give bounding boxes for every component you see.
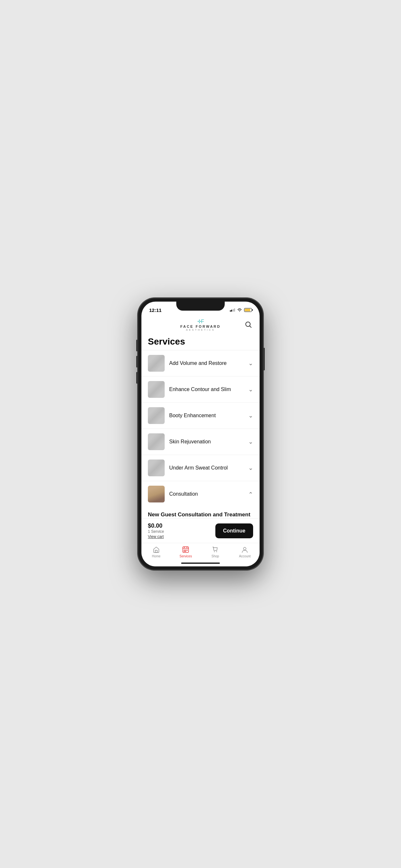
- chevron-down-icon-5: ⌄: [248, 464, 253, 471]
- svg-rect-17: [184, 551, 185, 552]
- home-bar: [181, 562, 220, 564]
- service-thumb-1: [148, 355, 165, 372]
- service-thumb-4: [148, 433, 165, 450]
- home-icon: [152, 546, 160, 554]
- tab-services-label: Services: [180, 554, 192, 558]
- page-title-bar: Services: [142, 334, 259, 350]
- status-icons: [230, 308, 252, 312]
- battery-icon: [244, 308, 252, 312]
- shop-icon: [212, 546, 219, 554]
- svg-rect-16: [187, 550, 188, 551]
- svg-line-1: [250, 326, 251, 328]
- logo-name: FACE FORWARD: [180, 324, 220, 329]
- service-item-enhance-contour[interactable]: Enhance Contour and Slim ⌄: [142, 376, 259, 403]
- home-indicator: [142, 560, 259, 566]
- cart-bar: $0.00 1 Service View cart Continue: [142, 518, 259, 543]
- phone-frame: 12:11 ✛F FACE: [137, 298, 264, 570]
- service-thumb-5: [148, 460, 165, 476]
- view-cart-link[interactable]: View cart: [148, 534, 164, 539]
- service-label-4: Skin Rejuvenation: [169, 439, 248, 445]
- chevron-down-icon-2: ⌄: [248, 386, 253, 393]
- tab-bar: Home Services: [142, 543, 259, 560]
- service-label-2: Enhance Contour and Slim: [169, 386, 248, 392]
- svg-rect-9: [155, 550, 157, 553]
- chevron-down-icon-1: ⌄: [248, 360, 253, 367]
- tab-account-label: Account: [239, 554, 251, 558]
- cart-total: $0.00: [148, 523, 164, 529]
- tab-shop-label: Shop: [212, 554, 219, 558]
- logo-icon: ✛F: [197, 318, 204, 324]
- continue-button[interactable]: Continue: [215, 523, 253, 538]
- search-icon: [245, 321, 252, 328]
- svg-point-20: [216, 551, 217, 552]
- cart-service-count: 1 Service: [148, 529, 164, 534]
- service-item-skin-rejuvenation[interactable]: Skin Rejuvenation ⌄: [142, 429, 259, 455]
- search-button[interactable]: [243, 320, 253, 330]
- service-item-underarm-sweat[interactable]: Under Arm Sweat Control ⌄: [142, 455, 259, 481]
- page-title: Services: [148, 337, 253, 347]
- chevron-down-icon-3: ⌄: [248, 412, 253, 419]
- logo: ✛F FACE FORWARD AESTHETICS: [180, 318, 220, 331]
- signal-icon: [230, 308, 235, 312]
- svg-rect-15: [185, 550, 186, 551]
- consultation-expanded: New Guest Consultation and Treatment 60 …: [142, 507, 259, 518]
- service-item-add-volume[interactable]: Add Volume and Restore ⌄: [142, 350, 259, 376]
- service-label-5: Under Arm Sweat Control: [169, 465, 248, 471]
- chevron-up-icon-6: ⌄: [248, 491, 253, 498]
- cart-info: $0.00 1 Service View cart: [148, 523, 164, 539]
- services-icon: [182, 546, 189, 554]
- service-thumb-3: [148, 407, 165, 424]
- status-time: 12:11: [149, 307, 161, 313]
- tab-account[interactable]: Account: [230, 546, 260, 558]
- consultation-service-name: New Guest Consultation and Treatment: [148, 507, 253, 518]
- service-label-6: Consultation: [169, 491, 248, 497]
- service-label-3: Booty Enhancement: [169, 413, 248, 418]
- chevron-down-icon-4: ⌄: [248, 438, 253, 445]
- app-header: ✛F FACE FORWARD AESTHETICS: [142, 316, 259, 334]
- service-item-consultation[interactable]: Consultation ⌄: [142, 481, 259, 507]
- scroll-content[interactable]: Add Volume and Restore ⌄ Enhance Contour…: [142, 350, 259, 518]
- svg-point-19: [214, 551, 215, 552]
- svg-rect-18: [185, 551, 186, 552]
- service-label-1: Add Volume and Restore: [169, 361, 248, 366]
- service-item-booty-enhancement[interactable]: Booty Enhancement ⌄: [142, 403, 259, 429]
- svg-point-21: [243, 547, 246, 550]
- tab-home[interactable]: Home: [142, 546, 171, 558]
- svg-rect-14: [184, 550, 185, 551]
- notch: [176, 302, 225, 311]
- account-icon: [241, 546, 249, 554]
- service-thumb-2: [148, 381, 165, 398]
- logo-sub: AESTHETICS: [186, 329, 215, 331]
- wifi-icon: [237, 308, 242, 312]
- service-thumb-6: [148, 486, 165, 502]
- phone-screen: 12:11 ✛F FACE: [142, 302, 259, 566]
- tab-services[interactable]: Services: [171, 546, 201, 558]
- tab-home-label: Home: [152, 554, 160, 558]
- tab-shop[interactable]: Shop: [201, 546, 230, 558]
